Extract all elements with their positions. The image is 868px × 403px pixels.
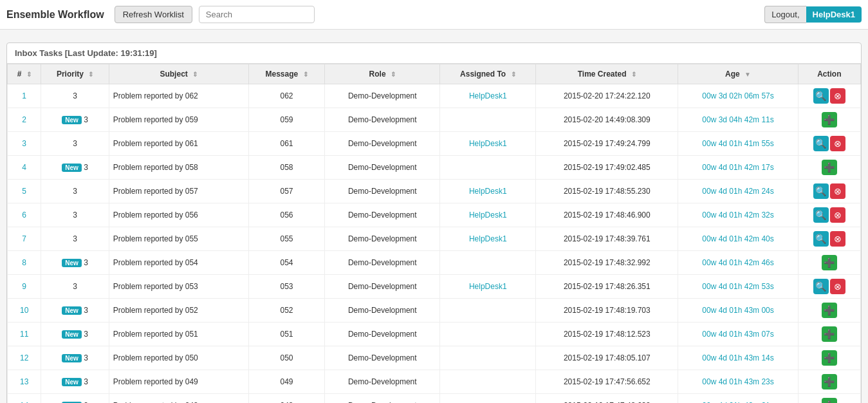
assigned-link[interactable]: HelpDesk1 bbox=[469, 91, 507, 100]
col-header-message[interactable]: Message ⇕ bbox=[248, 64, 324, 84]
cell-priority: New 3 bbox=[41, 370, 109, 394]
cell-subject: Problem reported by 058 bbox=[109, 156, 248, 180]
remove-action-button[interactable]: ⊗ bbox=[830, 183, 845, 199]
cell-age: 00w 4d 01h 42m 17s bbox=[678, 156, 798, 180]
assigned-link[interactable]: HelpDesk1 bbox=[469, 187, 507, 196]
assigned-link[interactable]: HelpDesk1 bbox=[469, 211, 507, 220]
col-header-assigned[interactable]: Assigned To ⇕ bbox=[440, 64, 536, 84]
col-header-priority[interactable]: Priority ⇕ bbox=[41, 64, 109, 84]
cell-subject: Problem reported by 053 bbox=[109, 275, 248, 299]
cell-time: 2015-02-19 17:48:39.761 bbox=[536, 227, 678, 251]
col-header-age[interactable]: Age ▼ bbox=[678, 64, 798, 84]
panel-header: Inbox Tasks [Last Update: 19:31:19] bbox=[7, 43, 861, 64]
cell-action: 🔍⊗ bbox=[798, 180, 860, 203]
cell-age: 00w 4d 01h 43m 31s bbox=[678, 394, 798, 404]
col-header-subject[interactable]: Subject ⇕ bbox=[109, 64, 248, 84]
cell-action: ➕ bbox=[798, 394, 860, 404]
cell-time: 2015-02-20 17:24:22.120 bbox=[536, 84, 678, 108]
table-row: 53Problem reported by 057057Demo-Develop… bbox=[8, 180, 861, 203]
cell-priority: New 3 bbox=[41, 251, 109, 275]
search-input[interactable] bbox=[199, 6, 315, 23]
assigned-link[interactable]: HelpDesk1 bbox=[469, 282, 507, 291]
search-action-button[interactable]: 🔍 bbox=[813, 207, 829, 223]
cell-assigned bbox=[440, 346, 536, 370]
search-action-button[interactable]: 🔍 bbox=[813, 183, 829, 199]
remove-action-button[interactable]: ⊗ bbox=[830, 207, 845, 223]
cell-message: 057 bbox=[248, 180, 324, 203]
assigned-link[interactable]: HelpDesk1 bbox=[469, 234, 507, 243]
remove-action-button[interactable]: ⊗ bbox=[830, 231, 845, 247]
cell-priority: 3 bbox=[41, 203, 109, 227]
new-badge: New bbox=[62, 116, 82, 124]
remove-action-button[interactable]: ⊗ bbox=[830, 279, 845, 294]
cell-time: 2015-02-19 17:48:32.992 bbox=[536, 251, 678, 275]
cell-action: ➕ bbox=[798, 299, 860, 323]
cell-id: 2 bbox=[8, 108, 41, 132]
cell-assigned: HelpDesk1 bbox=[440, 203, 536, 227]
add-action-button[interactable]: ➕ bbox=[822, 160, 837, 175]
cell-subject: Problem reported by 061 bbox=[109, 132, 248, 156]
search-action-button[interactable]: 🔍 bbox=[813, 136, 829, 151]
cell-assigned bbox=[440, 251, 536, 275]
table-header-row: # ⇕ Priority ⇕ Subject ⇕ Message ⇕ Role … bbox=[8, 64, 861, 84]
add-action-button[interactable]: ➕ bbox=[822, 112, 837, 127]
table-row: 11New 3Problem reported by 051051Demo-De… bbox=[8, 323, 861, 346]
cell-assigned: HelpDesk1 bbox=[440, 84, 536, 108]
sort-icon-subject: ⇕ bbox=[192, 71, 198, 78]
table-row: 14New 3Problem reported by 048048Demo-De… bbox=[8, 394, 861, 404]
refresh-worklist-button[interactable]: Refresh Worklist bbox=[115, 6, 192, 23]
add-action-button[interactable]: ➕ bbox=[822, 350, 837, 366]
table-row: 10New 3Problem reported by 052052Demo-De… bbox=[8, 299, 861, 323]
cell-priority: New 3 bbox=[41, 108, 109, 132]
search-action-button[interactable]: 🔍 bbox=[813, 279, 829, 294]
cell-age: 00w 4d 01h 43m 07s bbox=[678, 323, 798, 346]
cell-priority: New 3 bbox=[41, 299, 109, 323]
add-action-button[interactable]: ➕ bbox=[822, 303, 837, 318]
cell-role: Demo-Development bbox=[325, 132, 440, 156]
cell-age: 00w 4d 01h 42m 46s bbox=[678, 251, 798, 275]
cell-time: 2015-02-19 17:47:56.652 bbox=[536, 370, 678, 394]
add-action-button[interactable]: ➕ bbox=[822, 255, 837, 270]
cell-age: 00w 4d 01h 41m 55s bbox=[678, 132, 798, 156]
add-action-button[interactable]: ➕ bbox=[822, 374, 837, 389]
cell-action: 🔍⊗ bbox=[798, 227, 860, 251]
new-badge: New bbox=[62, 306, 82, 315]
remove-action-button[interactable]: ⊗ bbox=[830, 88, 845, 104]
logout-button[interactable]: Logout, bbox=[764, 6, 806, 23]
col-header-role[interactable]: Role ⇕ bbox=[325, 64, 440, 84]
cell-assigned: HelpDesk1 bbox=[440, 227, 536, 251]
cell-id: 11 bbox=[8, 323, 41, 346]
cell-id: 5 bbox=[8, 180, 41, 203]
col-header-time[interactable]: Time Created ⇕ bbox=[536, 64, 678, 84]
cell-age: 00w 4d 01h 42m 53s bbox=[678, 275, 798, 299]
add-action-button[interactable]: ➕ bbox=[822, 398, 837, 403]
cell-message: 056 bbox=[248, 203, 324, 227]
cell-id: 9 bbox=[8, 275, 41, 299]
cell-time: 2015-02-20 14:49:08.309 bbox=[536, 108, 678, 132]
cell-age: 00w 4d 01h 43m 00s bbox=[678, 299, 798, 323]
assigned-link[interactable]: HelpDesk1 bbox=[469, 139, 507, 148]
table-row: 12New 3Problem reported by 050050Demo-De… bbox=[8, 346, 861, 370]
sort-icon-priority: ⇕ bbox=[88, 71, 93, 78]
table-row: 13Problem reported by 062062Demo-Develop… bbox=[8, 84, 861, 108]
cell-role: Demo-Development bbox=[325, 84, 440, 108]
table-row: 33Problem reported by 061061Demo-Develop… bbox=[8, 132, 861, 156]
cell-assigned bbox=[440, 394, 536, 404]
add-action-button[interactable]: ➕ bbox=[822, 326, 837, 342]
col-header-id[interactable]: # ⇕ bbox=[8, 64, 41, 84]
cell-assigned bbox=[440, 299, 536, 323]
cell-time: 2015-02-19 17:47:48.632 bbox=[536, 394, 678, 404]
cell-message: 058 bbox=[248, 156, 324, 180]
cell-message: 048 bbox=[248, 394, 324, 404]
cell-subject: Problem reported by 049 bbox=[109, 370, 248, 394]
search-action-button[interactable]: 🔍 bbox=[813, 231, 829, 247]
cell-priority: 3 bbox=[41, 227, 109, 251]
search-action-button[interactable]: 🔍 bbox=[813, 88, 829, 104]
cell-role: Demo-Development bbox=[325, 275, 440, 299]
remove-action-button[interactable]: ⊗ bbox=[830, 136, 845, 151]
cell-age: 00w 4d 01h 42m 24s bbox=[678, 180, 798, 203]
cell-assigned bbox=[440, 323, 536, 346]
cell-time: 2015-02-19 17:49:24.799 bbox=[536, 132, 678, 156]
cell-role: Demo-Development bbox=[325, 394, 440, 404]
user-badge[interactable]: HelpDesk1 bbox=[806, 6, 862, 23]
